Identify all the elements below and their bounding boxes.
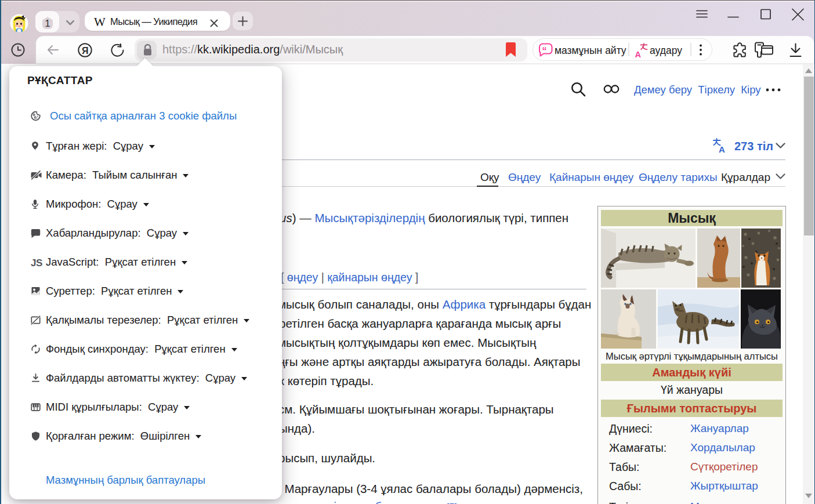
svg-text:A: A — [719, 144, 725, 153]
svg-text:1: 1 — [45, 18, 50, 29]
svg-text:“: “ — [542, 45, 547, 56]
svg-text:Я: Я — [82, 46, 89, 56]
svg-text:A: A — [635, 50, 642, 59]
